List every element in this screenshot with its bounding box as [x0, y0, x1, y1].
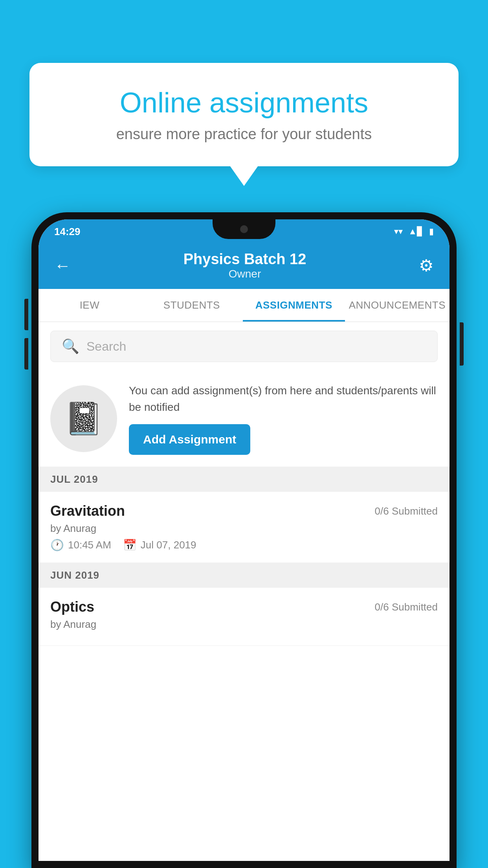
app-header: ← Physics Batch 12 Owner ⚙: [39, 244, 449, 289]
assignment-row-top: Gravitation 0/6 Submitted: [50, 503, 438, 519]
settings-icon[interactable]: ⚙: [419, 256, 434, 275]
calendar-icon: 📅: [123, 539, 137, 552]
search-container: 🔍 Search: [39, 322, 449, 371]
assignment-name-gravitation: Gravitation: [50, 503, 125, 519]
promo-title: Online assignments: [57, 86, 431, 119]
volume-up-button: [24, 299, 28, 330]
status-time: 14:29: [54, 226, 81, 238]
volume-down-button: [24, 338, 28, 370]
power-button: [460, 322, 464, 366]
promo-icon-circle: 📓: [50, 385, 117, 452]
assignment-row-top-optics: Optics 0/6 Submitted: [50, 599, 438, 615]
phone-notch: [213, 219, 275, 239]
battery-icon: ▮: [429, 226, 434, 237]
search-icon: 🔍: [62, 338, 79, 355]
promo-description: You can add assignment(s) from here and …: [129, 383, 438, 416]
assignment-time-gravitation: 🕐 10:45 AM: [50, 539, 111, 552]
assignment-item-optics[interactable]: Optics 0/6 Submitted by Anurag: [39, 588, 449, 646]
assignment-name-optics: Optics: [50, 599, 94, 615]
promo-content: You can add assignment(s) from here and …: [129, 383, 438, 455]
assignment-date-gravitation: 📅 Jul 07, 2019: [123, 539, 196, 552]
promo-subtitle: ensure more practice for your students: [57, 126, 431, 143]
search-input[interactable]: Search: [86, 339, 126, 354]
section-jun-2019: JUN 2019: [39, 563, 449, 588]
tab-iew[interactable]: IEW: [39, 289, 141, 322]
batch-owner-label: Owner: [183, 268, 306, 280]
tab-students[interactable]: STUDENTS: [141, 289, 243, 322]
search-bar[interactable]: 🔍 Search: [50, 331, 438, 362]
header-title-group: Physics Batch 12 Owner: [183, 251, 306, 280]
assignment-item-gravitation[interactable]: Gravitation 0/6 Submitted by Anurag 🕐 10…: [39, 492, 449, 563]
add-assignment-button[interactable]: Add Assignment: [129, 424, 250, 455]
batch-title: Physics Batch 12: [183, 251, 306, 268]
assignment-meta-gravitation: 🕐 10:45 AM 📅 Jul 07, 2019: [50, 539, 438, 552]
assignment-by-optics: by Anurag: [50, 618, 438, 631]
back-button[interactable]: ←: [54, 257, 71, 274]
promo-section: 📓 You can add assignment(s) from here an…: [39, 371, 449, 467]
assignment-by-gravitation: by Anurag: [50, 522, 438, 535]
phone-frame: 14:29 ▾▾ ▲▊ ▮ ← Physics Batch 12 Owner ⚙…: [31, 212, 457, 868]
tab-bar: IEW STUDENTS ASSIGNMENTS ANNOUNCEMENTS: [39, 289, 449, 322]
status-icons: ▾▾ ▲▊ ▮: [394, 226, 434, 237]
wifi-icon: ▾▾: [394, 226, 403, 237]
clock-icon: 🕐: [50, 539, 64, 552]
speech-bubble: Online assignments ensure more practice …: [29, 63, 459, 166]
tab-assignments[interactable]: ASSIGNMENTS: [243, 289, 345, 322]
assignment-submitted-optics: 0/6 Submitted: [375, 601, 438, 613]
assignment-submitted-gravitation: 0/6 Submitted: [375, 505, 438, 517]
tab-announcements[interactable]: ANNOUNCEMENTS: [345, 289, 449, 322]
notebook-icon: 📓: [64, 400, 103, 437]
signal-icon: ▲▊: [408, 226, 424, 237]
camera: [240, 225, 248, 233]
section-jul-2019: JUL 2019: [39, 467, 449, 492]
phone-screen: 14:29 ▾▾ ▲▊ ▮ ← Physics Batch 12 Owner ⚙…: [39, 219, 449, 861]
